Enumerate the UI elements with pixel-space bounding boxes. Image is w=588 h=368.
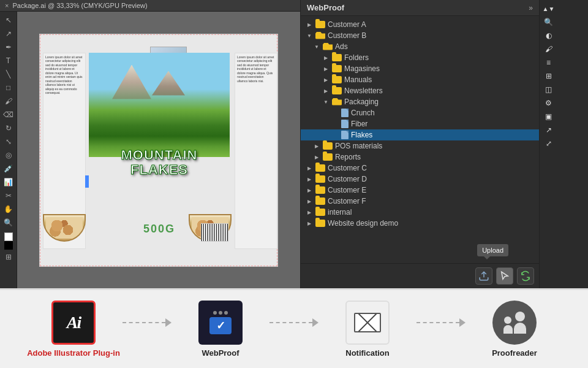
tree-label: Customer B bbox=[328, 31, 366, 40]
tree-item-website-demo[interactable]: ▶ Website design demo bbox=[301, 218, 539, 229]
tree-label: Customer A bbox=[328, 20, 366, 29]
arrow-icon: ▶ bbox=[322, 54, 330, 61]
arrow-icon: ▶ bbox=[322, 87, 330, 94]
tree-item-customer-f[interactable]: ▶ Customer F bbox=[301, 196, 539, 207]
cereal-title: MOUNTAIN FLAKES bbox=[89, 148, 230, 177]
tree-label: Manuals bbox=[344, 75, 372, 84]
eraser-icon[interactable]: ⌫ bbox=[2, 109, 15, 121]
step-label-proofreader: Proofreader bbox=[492, 348, 537, 358]
eyedropper-icon[interactable]: 💉 bbox=[2, 163, 15, 175]
paint-icon[interactable]: 🖌 bbox=[2, 95, 15, 107]
color-icon[interactable]: ◐ bbox=[542, 29, 556, 42]
arrow-2 bbox=[270, 318, 318, 340]
step-label-illustrator: Adobe Illustrator Plug-in bbox=[27, 348, 120, 358]
webproof-header: WebProof » bbox=[301, 0, 539, 16]
mountain-background bbox=[89, 53, 230, 157]
line-icon[interactable]: ╲ bbox=[2, 68, 15, 80]
upload-tooltip: Upload bbox=[477, 244, 508, 256]
arrow-icon: ▶ bbox=[322, 65, 330, 72]
scissors-icon[interactable]: ✂ bbox=[2, 190, 15, 202]
expand-icon[interactable]: » bbox=[529, 4, 533, 12]
screen-mode-icon[interactable]: ⊞ bbox=[2, 251, 15, 263]
tree-item-internal[interactable]: ▶ internal bbox=[301, 207, 539, 218]
direct-select-icon[interactable]: ↗ bbox=[2, 28, 15, 40]
transform-icon[interactable]: ⊞ bbox=[542, 70, 556, 82]
tree-label: Customer D bbox=[328, 175, 367, 183]
tree-item-customer-c[interactable]: ▶ Customer C bbox=[301, 163, 539, 174]
properties-icon[interactable]: ▲▼ bbox=[542, 2, 556, 15]
tree-label: Folders bbox=[344, 53, 369, 62]
arrow-icon: ▶ bbox=[322, 76, 330, 83]
tree-label: Magasines bbox=[344, 64, 380, 73]
expand2-icon[interactable]: ⤢ bbox=[542, 137, 556, 150]
title-bar-text: Package.ai @ 33,33% (CMYK/GPU Preview) bbox=[12, 2, 147, 9]
align-icon[interactable]: ≡ bbox=[542, 56, 556, 69]
arrow-icon: ▶ bbox=[313, 142, 320, 150]
tree-item-folders[interactable]: ▶ Folders bbox=[301, 52, 539, 63]
arrow-3 bbox=[417, 318, 466, 340]
workflow-step-proofreader: Proofreader bbox=[466, 301, 564, 358]
webproof-icon bbox=[198, 301, 243, 345]
stroke-color-icon[interactable] bbox=[4, 241, 13, 250]
brush-icon[interactable]: 🖌 bbox=[542, 43, 556, 55]
tree-item-fiber[interactable]: ▶ Fiber bbox=[301, 118, 539, 129]
workflow-step-webproof: WebProof bbox=[172, 301, 270, 358]
tree-item-customer-b[interactable]: ▼ Customer B bbox=[301, 30, 539, 41]
tree-item-customer-e[interactable]: ▶ Customer E bbox=[301, 185, 539, 196]
close-icon[interactable]: × bbox=[5, 2, 9, 9]
arrow-icon: ▶ bbox=[306, 21, 313, 28]
workflow-step-illustrator: Ai Adobe Illustrator Plug-in bbox=[24, 301, 123, 358]
blend-icon[interactable]: ◎ bbox=[2, 149, 15, 161]
scale-icon[interactable]: ⤡ bbox=[2, 136, 15, 148]
tree-item-ads[interactable]: ▼ Ads bbox=[301, 41, 539, 52]
shape-icon[interactable]: □ bbox=[2, 82, 15, 94]
pen-icon[interactable]: ✒ bbox=[2, 41, 15, 53]
tree-label: Newsletters bbox=[344, 86, 383, 95]
hand-icon[interactable]: ✋ bbox=[2, 203, 15, 215]
tree-label: Crunch bbox=[351, 109, 375, 117]
bowl-left bbox=[43, 214, 86, 248]
tree-item-manuals[interactable]: ▶ Manuals bbox=[301, 74, 539, 85]
tree-label: Ads bbox=[335, 42, 348, 51]
side-panel-right: Lorem ipsum dolor sit amet consectetur a… bbox=[235, 53, 277, 249]
cursor-btn[interactable] bbox=[496, 267, 513, 285]
gradient-icon[interactable]: ◫ bbox=[542, 83, 556, 96]
tree-item-pos[interactable]: ▶ POS materials bbox=[301, 140, 539, 151]
webproof-panel: WebProof » ▶ Customer A ▼ Customer B ▼ A… bbox=[300, 0, 539, 288]
tree-item-newsletters[interactable]: ▶ Newsletters bbox=[301, 85, 539, 96]
arrow-1 bbox=[123, 318, 172, 340]
tree-item-customer-d[interactable]: ▶ Customer D bbox=[301, 174, 539, 185]
arrow-icon: ▼ bbox=[322, 98, 330, 105]
search-icon[interactable]: 🔍 bbox=[542, 16, 556, 28]
upload-btn[interactable] bbox=[475, 267, 492, 285]
step-label-webproof: WebProof bbox=[202, 348, 239, 358]
arrow-icon: ▶ bbox=[306, 209, 313, 216]
external-icon[interactable]: ↗ bbox=[542, 124, 556, 136]
settings-icon[interactable]: ⚙ bbox=[542, 97, 556, 109]
tree-label: Packaging bbox=[344, 98, 379, 106]
illustrator-panel: × Package.ai @ 33,33% (CMYK/GPU Preview)… bbox=[0, 0, 300, 288]
rotate-icon[interactable]: ↻ bbox=[2, 122, 15, 134]
workflow-step-notification: Notification bbox=[318, 301, 417, 358]
arrow-icon: ▼ bbox=[306, 32, 313, 39]
select-tool-icon[interactable]: ↖ bbox=[2, 14, 15, 26]
webproof-panel-title: WebProof bbox=[307, 3, 344, 12]
tree-label: Customer E bbox=[328, 186, 366, 194]
graph-icon[interactable]: 📊 bbox=[2, 176, 15, 188]
tree-item-crunch[interactable]: ▶ Crunch bbox=[301, 107, 539, 118]
step-label-notification: Notification bbox=[345, 348, 390, 358]
checkmark-icon bbox=[209, 317, 232, 334]
refresh-btn[interactable] bbox=[517, 267, 534, 285]
tree-label: Reports bbox=[335, 153, 361, 161]
tree-item-reports[interactable]: ▶ Reports bbox=[301, 151, 539, 163]
file-icon bbox=[341, 109, 349, 117]
type-icon[interactable]: T bbox=[2, 55, 15, 67]
zoom-icon[interactable]: 🔍 bbox=[2, 217, 15, 229]
fill-color-icon[interactable] bbox=[4, 232, 13, 241]
tree-item-flakes[interactable]: ▶ Flakes bbox=[301, 129, 539, 140]
tree-item-magasines[interactable]: ▶ Magasines bbox=[301, 63, 539, 74]
layers-icon[interactable]: ▣ bbox=[542, 110, 556, 123]
proofreader-icon bbox=[492, 301, 537, 345]
tree-item-packaging[interactable]: ▼ Packaging bbox=[301, 96, 539, 107]
tree-item-customer-a[interactable]: ▶ Customer A bbox=[301, 19, 539, 30]
